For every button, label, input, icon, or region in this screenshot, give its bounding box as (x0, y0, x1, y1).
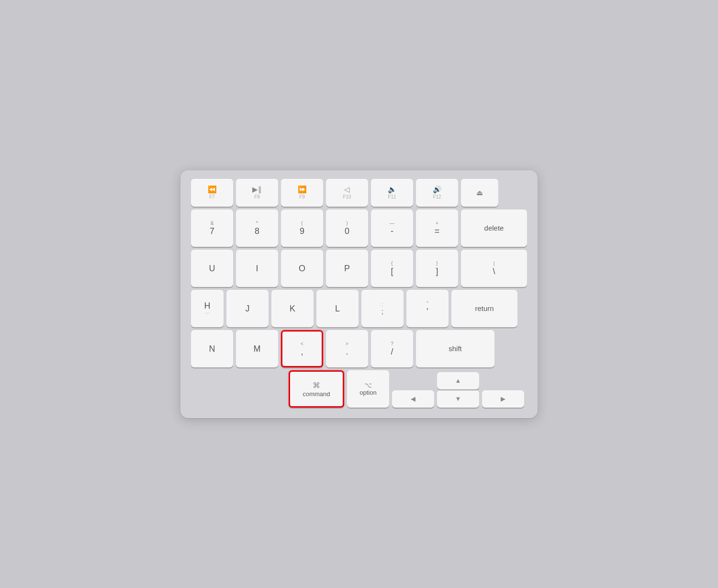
key-p[interactable]: P (326, 250, 368, 287)
key-shift-right-label: shift (449, 345, 462, 352)
key-comma-top: < (301, 342, 303, 346)
key-slash[interactable]: ? / (371, 330, 413, 367)
key-quote-main: ' (426, 307, 428, 316)
hjkl-key-row: H — J K L : ; " ' return (191, 290, 527, 327)
key-o[interactable]: O (281, 250, 323, 287)
key-l[interactable]: L (316, 290, 359, 327)
key-quote[interactable]: " ' (406, 290, 449, 327)
key-f8-label: F8 (254, 194, 260, 200)
key-m[interactable]: M (236, 330, 278, 367)
key-i[interactable]: I (236, 250, 278, 287)
vol-down-icon: 🔈 (388, 186, 397, 193)
key-bracket-open-main: [ (391, 267, 393, 276)
key-i-label: I (256, 264, 258, 273)
key-k-label: K (290, 304, 295, 313)
key-j-label: J (246, 304, 250, 313)
key-n-label: N (209, 344, 215, 353)
key-bracket-open[interactable]: { [ (371, 250, 413, 287)
key-backslash-main: \ (493, 267, 495, 276)
key-f10-label: F10 (343, 194, 351, 200)
key-period[interactable]: > . (326, 330, 368, 367)
key-9[interactable]: ( 9 (281, 210, 323, 247)
key-delete-label: delete (484, 224, 504, 232)
key-minus-main: - (391, 227, 393, 235)
key-semicolon[interactable]: : ; (361, 290, 404, 327)
key-u-label: U (209, 264, 215, 273)
key-eject[interactable]: ⏏ (461, 179, 498, 207)
key-u[interactable]: U (191, 250, 233, 287)
key-l-label: L (335, 304, 340, 313)
key-delete[interactable]: delete (461, 210, 527, 247)
key-semicolon-main: ; (381, 308, 383, 315)
key-h[interactable]: H — (191, 290, 224, 327)
key-0[interactable]: ) 0 (326, 210, 368, 247)
vol-up-icon: 🔊 (433, 186, 442, 193)
key-k[interactable]: K (271, 290, 314, 327)
key-9-top: ( (301, 221, 303, 226)
arrow-right-icon: ▶ (501, 396, 505, 402)
key-f7-label: F7 (209, 194, 215, 200)
key-command-label: command (303, 391, 330, 397)
key-equals-main: = (435, 227, 440, 235)
eject-icon: ⏏ (476, 189, 483, 196)
key-o-label: O (299, 264, 305, 273)
command-symbol-icon: ⌘ (313, 381, 320, 390)
key-arrow-left[interactable]: ◀ (392, 390, 434, 408)
key-quote-top: " (426, 301, 428, 306)
key-option[interactable]: ⌥ option (347, 370, 389, 408)
key-f12[interactable]: 🔊 F12 (416, 179, 458, 207)
key-m-label: M (254, 344, 261, 353)
key-f11[interactable]: 🔈 F11 (371, 179, 413, 207)
key-comma[interactable]: < , (281, 330, 323, 367)
key-0-top: ) (346, 221, 348, 226)
key-7[interactable]: & 7 (191, 210, 233, 247)
key-n[interactable]: N (191, 330, 233, 367)
key-backslash-top: | (494, 261, 495, 266)
key-bracket-close[interactable]: } ] (416, 250, 458, 287)
key-backslash[interactable]: | \ (461, 250, 527, 287)
key-slash-top: ? (391, 342, 393, 346)
playpause-icon: ▶︎∥ (252, 186, 262, 193)
key-p-label: P (344, 264, 350, 273)
key-comma-main: , (301, 347, 303, 356)
key-return[interactable]: return (451, 290, 517, 327)
arrow-left-icon: ◀ (411, 396, 415, 402)
key-9-main: 9 (300, 227, 304, 235)
key-option-label: option (359, 389, 376, 396)
key-arrow-down[interactable]: ▼ (437, 390, 479, 408)
fastforward-icon: ⏩ (298, 186, 307, 193)
key-j[interactable]: J (226, 290, 269, 327)
key-semicolon-top: : (382, 302, 383, 307)
key-equals[interactable]: + = (416, 210, 458, 247)
number-key-row: & 7 * 8 ( 9 ) 0 — - + = delete (191, 210, 527, 247)
key-7-top: & (211, 221, 214, 226)
mute-icon: ◁ (344, 186, 350, 193)
key-arrow-up[interactable]: ▲ (437, 372, 479, 389)
key-period-top: > (346, 342, 348, 346)
key-8[interactable]: * 8 (236, 210, 278, 247)
key-period-main: . (346, 347, 348, 356)
key-equals-top: + (436, 221, 438, 226)
key-0-main: 0 (345, 227, 349, 235)
key-f7[interactable]: ⏪ F7 (191, 179, 233, 207)
key-8-main: 8 (255, 227, 259, 235)
key-f9-label: F9 (299, 194, 305, 200)
key-f8[interactable]: ▶︎∥ F8 (236, 179, 278, 207)
key-f12-label: F12 (433, 194, 441, 200)
key-shift-right[interactable]: shift (416, 330, 494, 367)
keyboard: ⏪ F7 ▶︎∥ F8 ⏩ F9 ◁ F10 🔈 F11 🔊 F12 ⏏ & (180, 170, 538, 418)
key-f9[interactable]: ⏩ F9 (281, 179, 323, 207)
key-slash-main: / (391, 347, 393, 356)
key-command[interactable]: ⌘ command (289, 370, 344, 408)
key-bracket-close-main: ] (436, 267, 438, 276)
key-f11-label: F11 (388, 194, 396, 200)
key-h-sublabel: — (205, 311, 210, 315)
option-symbol-icon: ⌥ (364, 382, 372, 388)
bottom-key-row: ⌘ command ⌥ option ▲ ◀ ▼ (191, 370, 527, 408)
key-f10[interactable]: ◁ F10 (326, 179, 368, 207)
nm-key-row: N M < , > . ? / shift (191, 330, 527, 367)
key-arrow-right[interactable]: ▶ (482, 390, 524, 408)
key-minus[interactable]: — - (371, 210, 413, 247)
key-bracket-close-top: } (436, 261, 438, 266)
arrow-up-icon: ▲ (455, 377, 461, 384)
